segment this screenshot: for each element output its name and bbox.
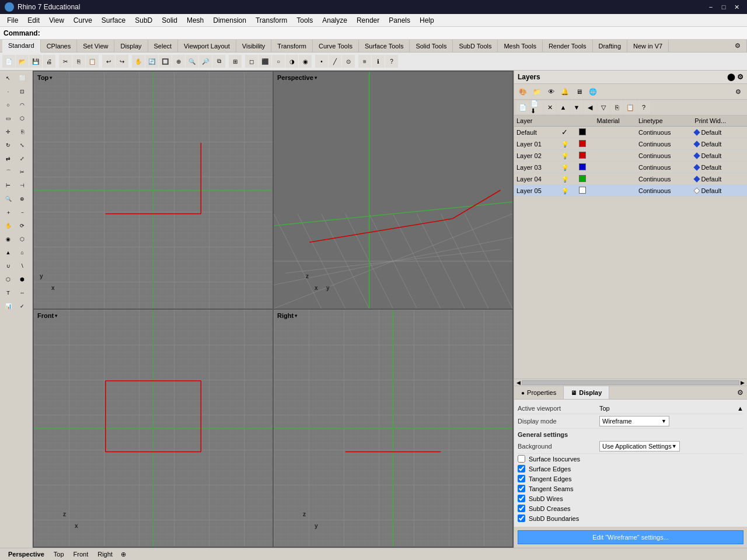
lt-zoom-ext[interactable]: ⊕	[15, 192, 29, 205]
tb-zoom-sel[interactable]: ⧉	[212, 55, 225, 68]
tb-undo[interactable]: ↩	[102, 55, 115, 68]
lt-zoom-in[interactable]: ＋	[1, 206, 15, 219]
tb-zoom-window[interactable]: 🔲	[159, 55, 172, 68]
menu-analyze[interactable]: Analyze	[317, 14, 352, 27]
tb-shade[interactable]: ⬛	[259, 55, 271, 68]
tb-obj-snap[interactable]: ⊙	[342, 55, 355, 68]
tab-settings-icon[interactable]: ⚙	[729, 40, 747, 52]
tab-standard[interactable]: Standard	[2, 40, 41, 52]
layers-paste-btn[interactable]: 📋	[624, 101, 637, 114]
command-input[interactable]	[43, 29, 743, 37]
lt-polygon[interactable]: ⬡	[15, 112, 29, 125]
tab-viewport-layout[interactable]: Viewport Layout	[178, 40, 236, 52]
lt-extrude[interactable]: ▲	[1, 246, 15, 259]
layer-row-default[interactable]: Default ✓ Continuous Default	[514, 127, 747, 138]
menu-surface[interactable]: Surface	[97, 14, 130, 27]
vp-tab-perspective[interactable]: Perspective	[4, 550, 49, 559]
scroll-up-icon[interactable]: ▲	[737, 405, 743, 412]
menu-subd[interactable]: SubD	[130, 14, 157, 27]
menu-solid[interactable]: Solid	[157, 14, 182, 27]
tb-zoom-extent[interactable]: ⊕	[172, 55, 185, 68]
close-button[interactable]: ✕	[731, 2, 742, 12]
lt-zoom-out[interactable]: －	[15, 206, 29, 219]
lt-fillet[interactable]: ⌒	[1, 166, 15, 178]
tb-ghost[interactable]: ◑	[285, 55, 298, 68]
lt-check[interactable]: ✓	[15, 300, 29, 313]
tb-zoom-out[interactable]: 🔎	[199, 55, 212, 68]
layer-row-04[interactable]: Layer 04 💡 Continuous Default	[514, 173, 747, 185]
menu-tools[interactable]: Tools	[292, 14, 317, 27]
tb-line[interactable]: ╱	[329, 55, 341, 68]
lt-boolean-diff[interactable]: ∖	[15, 260, 29, 272]
layers-tab-icon-1[interactable]: ⬤	[727, 73, 735, 81]
lt-rotate[interactable]: ↻	[1, 139, 15, 152]
tb-layer[interactable]: ≡	[358, 55, 371, 68]
minimize-button[interactable]: −	[705, 2, 717, 12]
layers-bell-btn[interactable]: 🔔	[558, 85, 571, 98]
tb-rotate[interactable]: 🔄	[145, 55, 158, 68]
layers-settings-btn[interactable]: ⚙	[732, 85, 745, 98]
layers-globe-btn[interactable]: 🌐	[587, 85, 599, 98]
tb-copy[interactable]: ⎘	[72, 55, 85, 68]
viewport-top-label[interactable]: Top ▾	[37, 74, 52, 81]
menu-view[interactable]: View	[44, 14, 69, 27]
lt-select-window[interactable]: ⬜	[15, 72, 29, 85]
lt-analysis[interactable]: 📊	[1, 300, 15, 313]
tab-visibility[interactable]: Visibility	[236, 40, 272, 52]
lt-mirror[interactable]: ⇄	[1, 152, 15, 165]
lt-move[interactable]: ✛	[1, 125, 15, 138]
tb-render[interactable]: ○	[272, 55, 285, 68]
lt-controlpts[interactable]: ⊡	[15, 85, 29, 98]
tab-select[interactable]: Select	[148, 40, 179, 52]
viewport-front-label[interactable]: Front ▾	[37, 312, 57, 319]
tb-redo[interactable]: ↪	[116, 55, 128, 68]
vp-add-tab[interactable]: ⊕	[117, 550, 130, 559]
layers-folder-btn[interactable]: 📁	[530, 85, 543, 98]
layers-back-btn[interactable]: ◀	[584, 101, 596, 114]
lt-sphere[interactable]: ◉	[1, 233, 15, 246]
tb-save[interactable]: 💾	[29, 55, 42, 68]
vp-tab-top[interactable]: Top	[49, 550, 69, 559]
menu-dimension[interactable]: Dimension	[208, 14, 251, 27]
layers-color-btn[interactable]: 🎨	[516, 85, 529, 98]
checkbox-surface-isocurves[interactable]	[518, 455, 525, 463]
prop-background-dropdown[interactable]: Use Application Settings ▼	[599, 441, 680, 452]
layers-filter-btn[interactable]: ▽	[597, 101, 610, 114]
prop-panel-settings[interactable]: ⚙	[734, 386, 747, 399]
menu-mesh[interactable]: Mesh	[182, 14, 208, 27]
edit-wireframe-button[interactable]: Edit "Wireframe" settings...	[518, 530, 743, 544]
lt-select[interactable]: ↖	[1, 72, 15, 85]
layer-row-01[interactable]: Layer 01 💡 Continuous Default	[514, 138, 747, 150]
viewport-right[interactable]: Right ▾ y z	[274, 310, 512, 547]
tab-display[interactable]: Display	[114, 40, 148, 52]
lt-text[interactable]: T	[1, 286, 15, 299]
viewport-perspective[interactable]: Perspective ▾ x z y	[274, 72, 512, 309]
lt-box[interactable]: ⬡	[15, 233, 29, 246]
tb-wire[interactable]: ◻	[245, 55, 258, 68]
layers-tab-icon-2[interactable]: ⚙	[737, 73, 743, 81]
tb-4view[interactable]: ⊞	[229, 55, 242, 68]
vp-tab-front[interactable]: Front	[69, 550, 93, 559]
lt-scale[interactable]: ⤡	[15, 139, 29, 152]
menu-help[interactable]: Help	[415, 14, 439, 27]
lt-loft[interactable]: ⌂	[15, 246, 29, 259]
tb-zoom-in[interactable]: 🔍	[186, 55, 198, 68]
vp-tab-right[interactable]: Right	[93, 550, 117, 559]
layers-scroll[interactable]: ◀ ▶	[514, 379, 747, 386]
tb-paste[interactable]: 📋	[86, 55, 99, 68]
checkbox-subd-creases[interactable]	[518, 505, 525, 512]
tb-x-ray[interactable]: ◉	[299, 55, 312, 68]
tb-print[interactable]: 🖨	[43, 55, 55, 68]
viewport-front[interactable]: Front ▾ x z	[34, 310, 273, 547]
lt-point[interactable]: ·	[1, 85, 15, 98]
lt-zoom-window[interactable]: 🔍	[1, 192, 15, 205]
scroll-track[interactable]	[522, 380, 739, 385]
menu-render[interactable]: Render	[352, 14, 384, 27]
layers-move-up-btn[interactable]: ▲	[557, 101, 570, 114]
tab-subd-tools[interactable]: SubD Tools	[453, 40, 498, 52]
tb-pt[interactable]: •	[315, 55, 328, 68]
viewport-perspective-label[interactable]: Perspective ▾	[277, 74, 317, 81]
menu-file[interactable]: File	[2, 14, 23, 27]
lt-boolean-union[interactable]: ∪	[1, 260, 15, 272]
lt-rect[interactable]: ▭	[1, 112, 15, 125]
